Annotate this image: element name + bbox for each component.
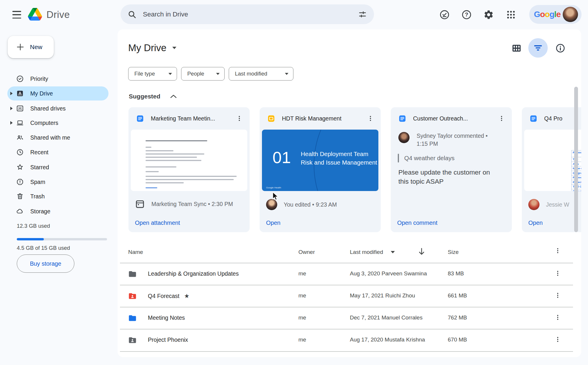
chevron-down-icon [172,47,176,49]
account-avatar[interactable] [563,7,578,22]
document-preview[interactable] [131,130,247,191]
open-link[interactable]: Open [528,220,543,226]
filter-chip-people[interactable]: People [181,67,225,81]
expand-caret-icon[interactable] [10,92,13,95]
help-icon[interactable]: ? [461,9,472,21]
file-size: 83 MB [448,270,464,277]
divider [120,351,573,352]
expand-caret-icon[interactable] [10,121,13,125]
sidebar-item-starred[interactable]: Starred [7,160,108,174]
comment-body: Please update the customer on this topic… [398,168,501,186]
more-options-icon[interactable] [553,335,562,344]
more-options-icon[interactable] [553,291,562,300]
suggested-card-q4-proposal[interactable]: Q4 Pro Proposal date & vers Title Area N… [522,107,581,232]
hamburger-menu-icon[interactable] [12,11,21,19]
more-options-icon[interactable] [553,269,562,278]
sidebar-item-storage[interactable]: Storage [7,204,108,218]
trash-icon [16,192,24,200]
grid-view-toggle[interactable] [510,42,523,54]
more-options-icon[interactable] [235,114,244,123]
file-owner: me [298,336,306,343]
column-header-owner[interactable]: Owner [298,249,315,255]
sidebar-item-shared-with-me[interactable]: Shared with me [7,130,108,145]
folder-icon [128,314,137,322]
comment-quote: Q4 weather delays [398,154,455,163]
file-modified: Aug 3, 2020 Parveen Swamina [350,270,427,277]
card-meta-text: Marketing Team Sync • 2:30 PM [151,201,233,207]
plus-icon [16,43,25,51]
comment-time: 1:15 PM [417,140,488,148]
file-row-leadership[interactable]: Leadership & Organization Updates me Aug… [118,263,581,285]
file-name: Leadership & Organization Updates [148,270,239,277]
starred-icon: ★ [184,292,189,299]
filter-chip-file-type[interactable]: File type [128,67,177,81]
settings-gear-icon[interactable] [483,9,495,21]
open-link[interactable]: Open [266,220,280,226]
expand-caret-icon[interactable] [10,107,13,110]
suggested-card-hdt-risk[interactable]: HDT Risk Management 01 Health Deployment… [260,107,381,232]
offline-status-icon[interactable] [439,9,450,21]
open-comment-link[interactable]: Open comment [397,220,437,226]
shared-drives-icon [16,105,24,112]
file-size: 661 MB [448,292,467,299]
file-modified: Aug 17, 2020 Mustafa Krishna [350,336,425,343]
filter-list-button[interactable] [528,38,548,58]
account-pill[interactable]: Google [529,5,582,24]
sidebar-item-spam[interactable]: Spam [7,175,108,189]
details-info-icon[interactable] [554,42,567,54]
file-name: Project Phoenix [148,336,188,343]
file-size: 670 MB [448,336,467,343]
search-icon[interactable] [128,10,136,19]
page-title: My Drive [128,42,166,53]
column-header-size[interactable]: Size [448,249,459,255]
suggested-card-customer-outreach[interactable]: Customer Outreach... Sydney Taylor comme… [391,107,512,232]
buy-storage-button[interactable]: Buy storage [17,255,74,273]
sidebar-item-my-drive[interactable]: My Drive [7,86,108,101]
spam-icon [16,178,24,186]
more-options-icon[interactable] [497,114,506,123]
new-button-label: New [30,43,42,51]
shared-with-me-icon [16,134,24,141]
sidebar-item-recent[interactable]: Recent [7,145,108,159]
computers-icon [16,119,24,127]
more-options-icon[interactable] [366,114,375,123]
card-title: Marketing Team Meetin... [151,115,235,122]
card-title: HDT Risk Management [282,115,366,122]
filter-chip-last-modified[interactable]: Last modified [229,67,293,81]
sort-direction-arrow-icon[interactable] [417,247,426,256]
new-button[interactable]: New [8,36,54,58]
page-title-dropdown[interactable]: My Drive [128,42,176,53]
file-row-meeting-notes[interactable]: Meeting Notes me Dec 7, 2021 Manuel Corr… [118,307,581,329]
file-size: 762 MB [448,314,467,321]
search-options-tune-icon[interactable] [358,10,367,19]
shared-folder-icon [128,336,137,344]
storage-detail-text: 4.5 GB of 15 GB used [17,245,70,251]
slide-preview[interactable]: 01 Health Deployment Team Risk and Issue… [262,130,378,191]
file-owner: me [298,270,306,277]
file-modified: May 17, 2021 Ruichi Zhou [350,292,415,299]
file-name: Meeting Notes [148,314,185,321]
file-row-project-phoenix[interactable]: Project Phoenix me Aug 17, 2020 Mustafa … [118,329,581,351]
card-meta-text: Jessie W [546,201,569,208]
sidebar-item-shared-drives[interactable]: Shared drives [7,101,108,115]
file-modified: Dec 7, 2021 Manuel Corrales [350,314,422,321]
suggested-card-marketing[interactable]: Marketing Team Meetin... Marketing Tea [128,107,250,232]
column-header-last-modified[interactable]: Last modified [350,249,395,255]
open-attachment-link[interactable]: Open attachment [135,220,180,226]
slide-number: 01 [273,148,291,167]
table-options-icon[interactable] [553,246,562,255]
sidebar-item-trash[interactable]: Trash [7,189,108,203]
suggested-section-toggle[interactable]: Suggested [129,93,177,100]
avatar [266,199,277,210]
search-input[interactable]: Search in Drive [121,4,374,24]
file-name: Q4 Forecast [148,293,179,299]
sidebar-item-priority[interactable]: Priority [7,72,108,86]
sidebar-item-computers[interactable]: Computers [7,116,108,130]
file-row-q4-forecast[interactable]: Q4 Forecast★ me May 17, 2021 Ruichi Zhou… [118,285,581,307]
vertical-scrollbar[interactable] [574,87,578,232]
commenter-name: Sydney Taylor commented • [417,132,488,140]
google-apps-grid-icon[interactable] [505,9,517,21]
document-preview[interactable]: Proposal date & vers Title Area Name of … [524,130,581,191]
more-options-icon[interactable] [553,313,562,322]
column-header-name[interactable]: Name [128,249,143,255]
